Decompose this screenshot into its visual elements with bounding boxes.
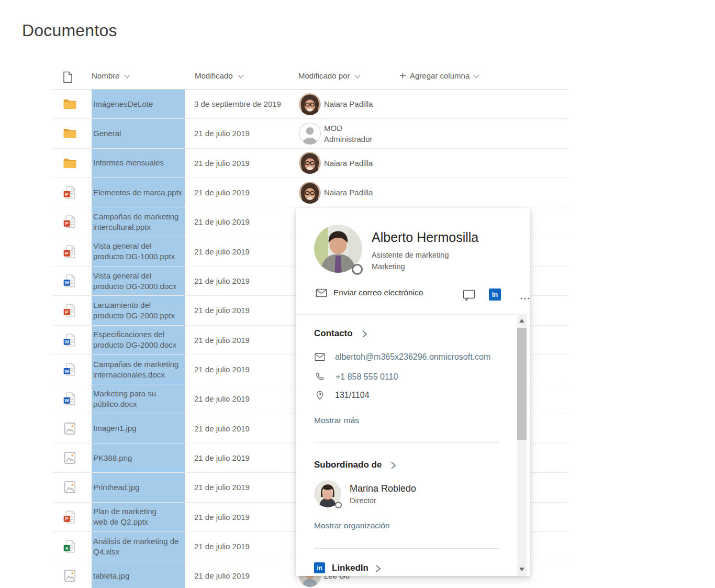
avatar xyxy=(299,182,321,204)
modified-date: 21 de julio 2019 xyxy=(194,503,250,531)
modified-by-person[interactable]: Naiara Padilla xyxy=(299,149,373,177)
chevron-right-icon xyxy=(390,461,396,470)
column-header-name[interactable]: Nombre xyxy=(92,71,130,80)
file-name-cell[interactable]: Vista general del producto DG-1000.pptx xyxy=(92,237,185,266)
chevron-right-icon xyxy=(375,564,381,573)
file-name-cell[interactable]: Informes mensuales xyxy=(92,149,185,177)
persona-job-title: Asistente de marketing xyxy=(372,249,478,261)
file-name-link: Campañas de marketing intercultural.pptx xyxy=(92,207,185,236)
file-name-link: PK388.png xyxy=(92,443,185,472)
file-type-icon xyxy=(59,532,81,561)
file-name-cell[interactable]: General xyxy=(92,119,185,148)
column-header-name-label: Nombre xyxy=(92,71,119,80)
send-email-button[interactable]: Enviar correo electrónico xyxy=(316,288,423,297)
file-type-icon xyxy=(59,414,81,443)
table-row[interactable]: Elementos de marca.pptx 21 de julio 2019… xyxy=(52,178,568,207)
file-type-icon xyxy=(59,296,81,325)
contact-email[interactable]: albertoh@m365x236296.onmicrosoft.com xyxy=(335,352,490,362)
persona-actions: Enviar correo electrónico in xyxy=(316,288,515,305)
person-name: Naiara Padilla xyxy=(324,158,373,169)
mail-icon xyxy=(316,289,327,297)
modified-date: 21 de julio 2019 xyxy=(194,473,250,502)
document-icon xyxy=(63,71,73,83)
modified-date: 21 de julio 2019 xyxy=(194,414,250,443)
mail-icon xyxy=(315,353,325,361)
file-name-cell[interactable]: Imagen1.jpg xyxy=(92,414,185,443)
file-name-link: Plan de marketing web de Q2.pptx xyxy=(92,503,185,531)
modified-date: 21 de julio 2019 xyxy=(194,207,250,236)
file-type-icon xyxy=(59,90,81,118)
scrollbar-thumb[interactable] xyxy=(517,328,527,440)
contact-phone[interactable]: +1 858 555 0110 xyxy=(336,372,398,382)
file-name-cell[interactable]: Vista general del producto DG-2000.docx xyxy=(92,267,185,295)
add-column-button[interactable]: Agregar columna xyxy=(399,71,479,80)
scroll-up-arrow[interactable] xyxy=(519,319,524,323)
table-row[interactable]: ImágenesDeLote 3 de septiembre de 2019 N… xyxy=(52,90,568,119)
show-more-link[interactable]: Mostrar más xyxy=(314,416,359,425)
scroll-down-arrow[interactable] xyxy=(519,568,524,571)
file-type-icon xyxy=(59,443,81,472)
manager-avatar xyxy=(314,480,341,507)
table-row[interactable]: Informes mensuales 21 de julio 2019 Naia… xyxy=(52,149,568,178)
reports-to-section-header[interactable]: Subordinado de xyxy=(314,460,396,470)
persona-job-title-department: Asistente de marketing Marketing xyxy=(372,249,478,272)
file-name-link: Vista general del producto DG-1000.pptx xyxy=(92,237,185,266)
modified-by-person[interactable]: MOD Administrador xyxy=(299,119,373,148)
send-email-label: Enviar correo electrónico xyxy=(333,288,423,297)
page-title: Documentos xyxy=(22,21,117,40)
avatar xyxy=(299,123,321,145)
plus-icon xyxy=(399,72,406,79)
file-type-icon xyxy=(59,384,81,413)
file-name-cell[interactable]: tableta.jpg xyxy=(92,561,185,588)
column-header-modified-by[interactable]: Modificado por xyxy=(298,71,361,80)
file-name-link: General xyxy=(92,119,185,148)
reports-to-heading: Subordinado de xyxy=(314,460,382,470)
file-name-cell[interactable]: Marketing para su público.docx xyxy=(92,384,185,413)
modified-by-person[interactable]: Naiara Padilla xyxy=(299,90,373,118)
modified-date: 21 de julio 2019 xyxy=(194,355,250,384)
file-name-cell[interactable]: ImágenesDeLote xyxy=(92,90,185,118)
contact-section-header[interactable]: Contacto xyxy=(314,328,367,339)
persona-card-body: Contacto albertoh@m365x236296.onmicrosof… xyxy=(296,314,530,576)
person-name: MOD Administrador xyxy=(324,123,373,145)
show-organization-link[interactable]: Mostrar organización xyxy=(314,521,390,530)
chat-button[interactable] xyxy=(463,290,475,303)
chevron-down-icon xyxy=(124,74,130,79)
file-name-cell[interactable]: Plan de marketing web de Q2.pptx xyxy=(92,503,185,531)
contact-location[interactable]: 131/1104 xyxy=(335,391,370,400)
file-name-cell[interactable]: Lanzamiento del producto DG-2000.pptx xyxy=(92,296,185,325)
file-name-link: Elementos de marca.pptx xyxy=(92,178,185,207)
avatar xyxy=(299,93,321,115)
file-name-cell[interactable]: Análisis de marketing de Q4.xlsx xyxy=(92,532,185,561)
file-name-link: Informes mensuales xyxy=(92,149,185,177)
file-name-cell[interactable]: Campañas de marketing intercultural.pptx xyxy=(92,207,185,236)
column-header-file-type[interactable] xyxy=(63,71,73,83)
manager-row[interactable]: Marina Robledo Director xyxy=(314,480,416,507)
file-name-cell[interactable]: PK388.png xyxy=(92,443,185,472)
file-name-link: Análisis de marketing de Q4.xlsx xyxy=(92,532,185,561)
modified-date: 21 de julio 2019 xyxy=(194,267,250,295)
table-header: Nombre Modificado Modificado por Agregar… xyxy=(52,69,568,90)
manager-identity: Marina Robledo Director xyxy=(350,483,416,505)
file-name-link: Printhead.jpg xyxy=(92,473,185,502)
linkedin-button[interactable]: in xyxy=(489,289,501,301)
scrollbar[interactable] xyxy=(517,314,527,576)
manager-name: Marina Robledo xyxy=(350,483,416,494)
linkedin-section-header[interactable]: in LinkedIn xyxy=(314,562,381,573)
file-name-cell[interactable]: Elementos de marca.pptx xyxy=(92,178,185,207)
file-name-cell[interactable]: Campañas de marketing internacionales.do… xyxy=(92,355,185,384)
persona-identity: Alberto Hermosilla Asistente de marketin… xyxy=(372,230,478,272)
file-name-cell[interactable]: Especificaciones del producto DG-2000.do… xyxy=(92,326,185,354)
file-name-link: Imagen1.jpg xyxy=(92,414,185,443)
persona-card: Alberto Hermosilla Asistente de marketin… xyxy=(296,208,530,576)
section-divider xyxy=(314,548,500,549)
modified-date: 21 de julio 2019 xyxy=(194,119,250,148)
chevron-right-icon xyxy=(362,330,367,338)
table-row[interactable]: General 21 de julio 2019 MOD Administrad… xyxy=(52,119,568,148)
persona-avatar[interactable] xyxy=(314,225,362,273)
column-header-modified[interactable]: Modificado xyxy=(195,71,244,80)
modified-by-person[interactable]: Naiara Padilla xyxy=(299,178,373,207)
file-type-icon xyxy=(59,326,81,354)
more-options-button[interactable] xyxy=(520,292,530,302)
file-name-cell[interactable]: Printhead.jpg xyxy=(92,473,185,502)
